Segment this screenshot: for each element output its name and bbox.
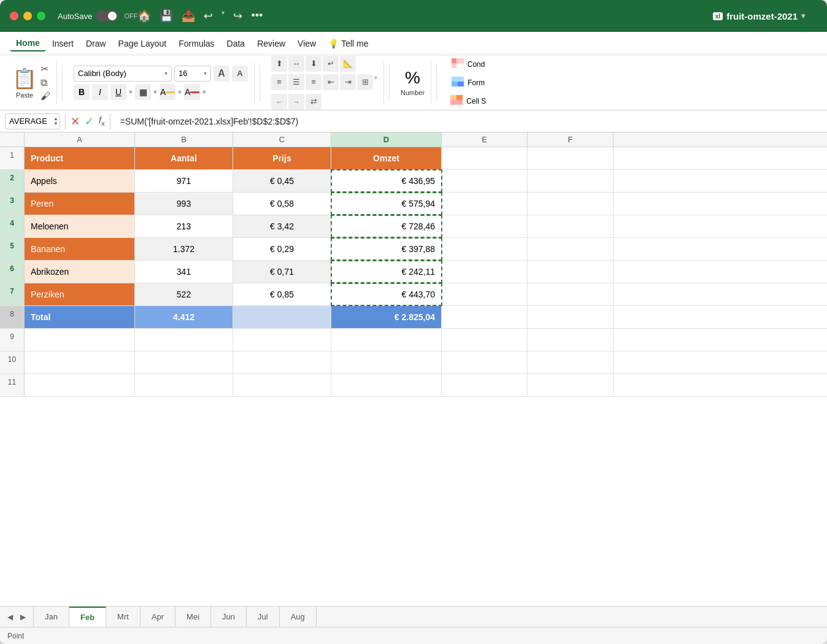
col-header-c[interactable]: C: [233, 132, 331, 147]
cell-a10[interactable]: [25, 351, 135, 374]
cell-d8[interactable]: € 2.825,04: [331, 306, 442, 328]
underline-button[interactable]: U: [110, 84, 126, 100]
cell-b4[interactable]: 213: [135, 215, 233, 237]
cell-e6[interactable]: [442, 261, 528, 283]
cell-c6[interactable]: € 0,71: [233, 261, 331, 283]
underline-dropdown[interactable]: ▾: [129, 88, 133, 96]
cell-a2[interactable]: Appels: [25, 170, 135, 192]
font-color-dropdown[interactable]: ▾: [202, 88, 206, 96]
fill-color-dropdown[interactable]: ▾: [178, 88, 182, 96]
cell-b3[interactable]: 993: [135, 193, 233, 215]
border-button[interactable]: ▦: [135, 84, 151, 100]
cell-a9[interactable]: [25, 329, 135, 351]
decrease-indent-button[interactable]: ⇤: [323, 74, 339, 90]
cell-f8[interactable]: [528, 306, 614, 328]
cell-c1[interactable]: Prijs: [233, 147, 331, 169]
redo-icon[interactable]: ↪: [233, 9, 242, 23]
cell-d2[interactable]: € 436,95: [331, 170, 442, 192]
cell-e8[interactable]: [442, 306, 528, 328]
cell-c11[interactable]: [233, 374, 331, 396]
cell-a5[interactable]: Bananen: [25, 238, 135, 260]
menu-draw[interactable]: Draw: [80, 36, 112, 51]
cell-a8[interactable]: Total: [25, 306, 135, 328]
row-header-1[interactable]: 1: [0, 147, 25, 169]
sheet-tab-mei[interactable]: Mei: [175, 607, 211, 627]
percent-button[interactable]: %: [405, 69, 420, 86]
cell-b8[interactable]: 4.412: [135, 306, 233, 328]
menu-tellme[interactable]: 💡 Tell me: [322, 36, 374, 51]
row-header-5[interactable]: 5: [0, 238, 25, 260]
align-middle-button[interactable]: ↔: [288, 56, 304, 72]
cell-d3[interactable]: € 575,94: [331, 193, 442, 215]
cancel-formula-button[interactable]: ✕: [71, 115, 80, 128]
cell-d6[interactable]: € 242,11: [331, 261, 442, 283]
sheet-tab-jul[interactable]: Jul: [247, 607, 280, 627]
sheet-tab-feb[interactable]: Feb: [69, 607, 106, 627]
align-bottom-button[interactable]: ⬇: [306, 56, 321, 72]
cell-f10[interactable]: [528, 351, 614, 374]
border-dropdown[interactable]: ▾: [153, 88, 157, 96]
undo-icon[interactable]: ↩: [204, 9, 213, 23]
col-header-e[interactable]: E: [442, 132, 528, 147]
align-top-button[interactable]: ⬆: [271, 56, 287, 72]
font-family-selector[interactable]: Calibri (Body) ▾: [74, 66, 172, 82]
row-header-3[interactable]: 3: [0, 193, 25, 215]
confirm-formula-button[interactable]: ✓: [85, 115, 94, 128]
font-color-button[interactable]: A: [184, 84, 200, 100]
sheet-tab-apr[interactable]: Apr: [140, 607, 175, 627]
cell-a4[interactable]: Meloenen: [25, 215, 135, 237]
col-header-f[interactable]: F: [528, 132, 614, 147]
wrap-text-button[interactable]: ↵: [323, 56, 339, 72]
align-center-button[interactable]: ☰: [288, 74, 304, 90]
cell-e9[interactable]: [442, 329, 528, 351]
cell-e7[interactable]: [442, 283, 528, 305]
cell-d9[interactable]: [331, 329, 442, 351]
cell-e5[interactable]: [442, 238, 528, 260]
home-icon[interactable]: 🏠: [137, 9, 151, 23]
cell-e4[interactable]: [442, 215, 528, 237]
cell-b9[interactable]: [135, 329, 233, 351]
maximize-button[interactable]: [37, 12, 45, 20]
scroll-left-button[interactable]: ◀: [5, 611, 15, 623]
orientation-button[interactable]: 📐: [340, 56, 356, 72]
cell-a3[interactable]: Peren: [25, 193, 135, 215]
cell-b10[interactable]: [135, 351, 233, 374]
cell-a1[interactable]: Product: [25, 147, 135, 169]
cell-d11[interactable]: [331, 374, 442, 396]
col-header-a[interactable]: A: [25, 132, 135, 147]
insert-function-button[interactable]: fx: [99, 115, 105, 127]
menu-home[interactable]: Home: [10, 36, 46, 52]
format-painter-icon[interactable]: 🖌: [40, 91, 50, 102]
row-header-11[interactable]: 11: [0, 374, 25, 396]
sheet-tab-aug[interactable]: Aug: [280, 607, 317, 627]
cell-d7[interactable]: € 443,70 6R x 1C: [331, 283, 442, 305]
rtl-button[interactable]: ←: [271, 94, 287, 110]
minimize-button[interactable]: [23, 12, 32, 20]
row-header-7[interactable]: 7: [0, 283, 25, 305]
sheet-tab-jun[interactable]: Jun: [211, 607, 247, 627]
cell-e10[interactable]: [442, 351, 528, 374]
cell-b7[interactable]: 522: [135, 283, 233, 305]
cell-reference-box[interactable]: AVERAGE ▲ ▼: [5, 113, 60, 129]
cell-e11[interactable]: [442, 374, 528, 396]
autosave-switch[interactable]: [96, 10, 118, 21]
close-button[interactable]: [10, 12, 18, 20]
cell-ref-down[interactable]: ▼: [53, 121, 58, 126]
menu-view[interactable]: View: [291, 36, 322, 51]
align-right-button[interactable]: ≡: [306, 74, 321, 90]
undo-dropdown-icon[interactable]: ▾: [221, 9, 225, 23]
autosave-toggle[interactable]: AutoSave OFF: [58, 10, 137, 21]
italic-button[interactable]: I: [92, 84, 108, 100]
row-header-4[interactable]: 4: [0, 215, 25, 237]
cell-b2[interactable]: 971: [135, 170, 233, 192]
cell-c9[interactable]: [233, 329, 331, 351]
cell-d5[interactable]: € 397,88: [331, 238, 442, 260]
cell-e1[interactable]: [442, 147, 528, 169]
cell-b1[interactable]: Aantal: [135, 147, 233, 169]
menu-data[interactable]: Data: [221, 36, 252, 51]
bold-button[interactable]: B: [74, 84, 90, 100]
cell-f4[interactable]: [528, 215, 614, 237]
scroll-right-button[interactable]: ▶: [18, 611, 28, 623]
cell-c8[interactable]: [233, 306, 331, 328]
menu-formulas[interactable]: Formulas: [172, 36, 220, 51]
